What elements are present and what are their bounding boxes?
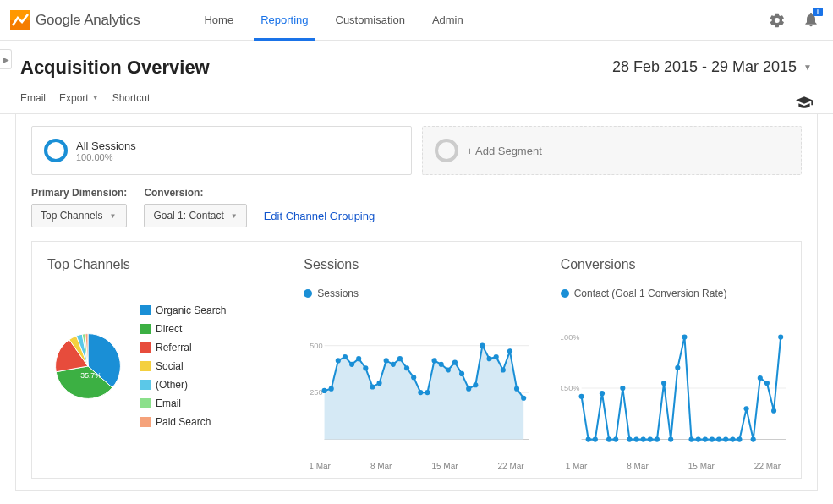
segment-circle-icon — [44, 139, 68, 162]
svg-point-51 — [633, 437, 638, 442]
svg-text:0.50%: 0.50% — [561, 384, 580, 392]
svg-point-64 — [723, 437, 728, 442]
svg-point-32 — [487, 356, 492, 361]
legend-dot-icon — [561, 289, 569, 298]
report-content: All Sessions 100.00% + Add Segment Prima… — [15, 114, 818, 491]
legend-item: Social — [140, 360, 226, 372]
svg-point-66 — [737, 437, 742, 442]
tab-admin[interactable]: Admin — [419, 0, 477, 41]
logo[interactable]: Google Analytics — [10, 10, 140, 30]
legend-item: Referral — [140, 342, 226, 353]
svg-point-12 — [349, 362, 354, 367]
svg-point-62 — [710, 437, 715, 442]
svg-point-47 — [606, 437, 611, 442]
legend-swatch-icon — [140, 342, 151, 353]
svg-text:500: 500 — [310, 342, 323, 350]
svg-point-23 — [425, 390, 430, 395]
legend-item: Paid Search — [140, 416, 226, 428]
gear-icon[interactable] — [769, 12, 786, 29]
sessions-legend: Sessions — [304, 288, 529, 299]
svg-point-44 — [585, 437, 590, 442]
svg-point-25 — [439, 362, 444, 367]
svg-point-8 — [322, 388, 327, 393]
svg-point-68 — [750, 437, 755, 442]
add-segment-button[interactable]: + Add Segment — [422, 126, 803, 175]
chevron-down-icon: ▼ — [109, 212, 116, 220]
legend-swatch-icon — [140, 324, 151, 334]
svg-point-63 — [716, 437, 721, 442]
svg-point-53 — [647, 437, 652, 442]
legend-swatch-icon — [140, 417, 151, 427]
conversion-dropdown[interactable]: Goal 1: Contact▼ — [144, 204, 246, 227]
graduation-cap-icon[interactable] — [796, 96, 813, 108]
svg-point-13 — [356, 356, 361, 361]
svg-point-45 — [592, 437, 597, 442]
svg-point-28 — [459, 371, 464, 376]
svg-point-17 — [384, 358, 389, 363]
tab-home[interactable]: Home — [190, 0, 247, 41]
svg-point-70 — [764, 381, 770, 386]
email-button[interactable]: Email — [20, 92, 46, 104]
svg-point-54 — [655, 437, 660, 442]
x-tick: 8 Mar — [370, 462, 392, 471]
svg-point-59 — [688, 437, 693, 442]
x-tick: 22 Mar — [498, 462, 524, 471]
panels-row: Top Channels 35.7% Organic SearchDirectR… — [31, 241, 802, 479]
tab-reporting[interactable]: Reporting — [247, 0, 321, 41]
x-tick: 8 Mar — [627, 462, 649, 471]
primary-dimension-dropdown[interactable]: Top Channels▼ — [31, 204, 127, 227]
svg-point-61 — [702, 437, 707, 442]
segment-all-sessions[interactable]: All Sessions 100.00% — [31, 126, 412, 175]
legend-item: (Other) — [140, 379, 226, 391]
svg-point-56 — [668, 437, 673, 442]
svg-point-33 — [494, 354, 499, 359]
panel-title: Sessions — [304, 257, 529, 272]
panel-top-channels: Top Channels 35.7% Organic SearchDirectR… — [31, 241, 288, 479]
edit-channel-grouping-link[interactable]: Edit Channel Grouping — [264, 210, 375, 227]
svg-point-19 — [397, 356, 403, 361]
svg-point-46 — [600, 391, 605, 396]
chevron-down-icon: ▼ — [231, 212, 238, 220]
svg-point-29 — [466, 386, 471, 392]
date-range-text: 28 Feb 2015 - 29 Mar 2015 — [612, 58, 797, 76]
x-tick: 22 Mar — [754, 462, 781, 471]
segments-row: All Sessions 100.00% + Add Segment — [31, 126, 802, 175]
sessions-chart: 500250 — [304, 306, 529, 458]
top-right-icons: i — [769, 0, 819, 41]
sidebar-expand-button[interactable]: ▶ — [0, 49, 12, 69]
svg-point-18 — [391, 362, 396, 367]
date-range-picker[interactable]: 28 Feb 2015 - 29 Mar 2015 ▼ — [608, 56, 816, 79]
svg-point-60 — [695, 437, 700, 442]
tab-customisation[interactable]: Customisation — [322, 0, 419, 41]
svg-point-52 — [640, 437, 645, 442]
svg-text:250: 250 — [310, 388, 323, 397]
conversions-x-axis: 1 Mar8 Mar15 Mar22 Mar — [561, 458, 786, 471]
panel-conversions: Conversions Contact (Goal 1 Conversion R… — [545, 241, 802, 479]
svg-point-37 — [521, 396, 526, 401]
svg-point-26 — [446, 367, 451, 372]
x-tick: 1 Mar — [309, 462, 331, 471]
info-badge-icon: i — [813, 8, 823, 16]
add-segment-label: + Add Segment — [467, 145, 542, 157]
svg-point-71 — [771, 408, 776, 414]
svg-point-31 — [480, 343, 485, 348]
svg-point-48 — [613, 437, 618, 442]
shortcut-button[interactable]: Shortcut — [112, 92, 151, 104]
notifications-button[interactable]: i — [803, 11, 819, 30]
panel-title: Conversions — [561, 257, 786, 272]
svg-point-67 — [743, 406, 748, 411]
chevron-down-icon: ▼ — [802, 63, 812, 72]
top-bar: Google Analytics Home Reporting Customis… — [0, 0, 833, 41]
segment-percentage: 100.00% — [76, 152, 136, 162]
export-button[interactable]: Export▼ — [59, 92, 99, 104]
svg-point-69 — [757, 375, 762, 381]
svg-point-11 — [343, 354, 348, 359]
legend-swatch-icon — [140, 380, 151, 390]
dimension-controls: Primary Dimension: Top Channels▼ Convers… — [31, 187, 802, 227]
nav-tabs: Home Reporting Customisation Admin — [190, 0, 476, 41]
svg-point-72 — [778, 334, 783, 339]
svg-point-36 — [514, 386, 519, 392]
conversions-legend: Contact (Goal 1 Conversion Rate) — [561, 288, 786, 299]
svg-point-24 — [432, 358, 437, 363]
primary-dimension-label: Primary Dimension: — [31, 187, 127, 199]
